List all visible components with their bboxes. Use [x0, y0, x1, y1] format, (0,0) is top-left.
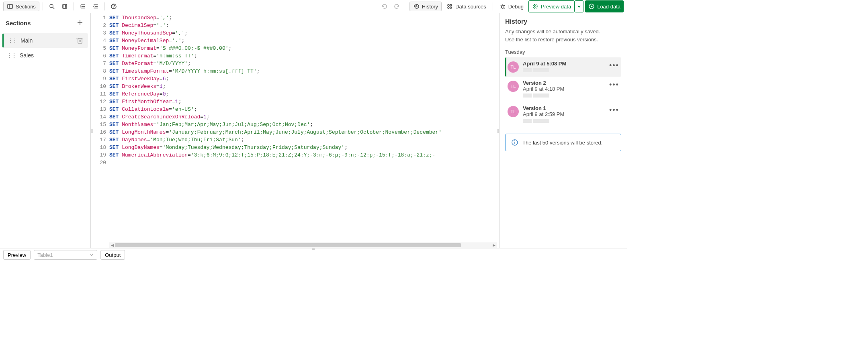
play-circle-icon	[588, 3, 595, 10]
history-item-menu[interactable]: •••	[609, 61, 619, 70]
section-item-main[interactable]: ⋮⋮Main	[2, 33, 88, 48]
svg-point-18	[448, 7, 449, 8]
preview-icon	[532, 3, 538, 10]
svg-line-3	[53, 7, 54, 9]
chevron-down-icon	[577, 4, 581, 8]
help-icon	[111, 3, 117, 10]
svg-point-29	[534, 6, 536, 7]
undo-button[interactable]	[379, 2, 390, 11]
scroll-track[interactable]	[115, 243, 491, 248]
preview-data-dropdown[interactable]	[575, 0, 583, 12]
scroll-left-arrow[interactable]: ◀	[109, 242, 115, 248]
drag-handle-icon[interactable]: ⋮⋮	[7, 52, 16, 59]
history-label: History	[422, 4, 438, 10]
history-item-menu[interactable]: •••	[609, 105, 619, 115]
history-item-title: Version 2	[523, 80, 605, 86]
code-editor[interactable]: 1234567891011121314151617181920 SET Thou…	[93, 13, 497, 248]
history-item-time: April 9 at 4:18 PM	[523, 86, 605, 92]
history-button[interactable]: History	[409, 2, 442, 11]
indent-icon	[80, 3, 86, 10]
indent-button[interactable]	[77, 2, 88, 11]
section-label: Sales	[20, 52, 84, 59]
history-title: History	[505, 18, 621, 25]
bottom-drag-handle[interactable]: ═	[312, 247, 315, 251]
data-sources-label: Data sources	[455, 4, 486, 10]
output-button[interactable]: Output	[100, 250, 125, 260]
history-info: April 9 at 5:08 PM	[523, 61, 605, 73]
sections-header: Sections	[0, 13, 90, 33]
info-icon	[511, 139, 518, 146]
preview-button[interactable]: Preview	[3, 250, 31, 260]
history-item-title: Version 1	[523, 105, 605, 111]
sections-panel: Sections ⋮⋮Main⋮⋮Sales	[0, 13, 91, 248]
debug-label: Debug	[508, 4, 524, 10]
outdent-button[interactable]	[90, 2, 101, 11]
load-data-label: Load data	[597, 4, 620, 10]
comment-icon	[61, 3, 68, 10]
separator	[493, 2, 493, 10]
toolbar: Sections History Data sources Debug	[0, 0, 627, 13]
horizontal-scrollbar[interactable]: ◀ ▶	[109, 242, 497, 248]
svg-point-19	[450, 7, 452, 8]
data-sources-button[interactable]: Data sources	[443, 2, 489, 11]
separator	[406, 2, 406, 10]
help-button[interactable]	[108, 2, 119, 11]
history-item-title: April 9 at 5:08 PM	[523, 61, 605, 67]
sections-toggle-button[interactable]: Sections	[3, 2, 39, 11]
history-info: Version 2April 9 at 4:18 PM	[523, 80, 605, 99]
search-icon	[49, 3, 55, 10]
history-item[interactable]: TLVersion 1April 9 at 2:59 PM•••	[505, 102, 621, 127]
redo-button[interactable]	[391, 2, 403, 11]
main-area: Sections ⋮⋮Main⋮⋮Sales || 12345678910111…	[0, 13, 627, 248]
bottom-bar: ═ Preview Table1 Output	[0, 248, 627, 261]
sections-title: Sections	[6, 20, 31, 26]
svg-line-25	[501, 8, 502, 8]
svg-point-16	[448, 4, 449, 6]
preview-data-button[interactable]: Preview data	[528, 0, 575, 12]
scroll-thumb[interactable]	[115, 243, 461, 247]
scroll-right-arrow[interactable]: ▶	[491, 242, 497, 248]
info-banner-text: The last 50 versions will be stored.	[522, 140, 602, 146]
trash-icon[interactable]	[76, 37, 84, 44]
comment-toggle-button[interactable]	[59, 2, 70, 11]
section-item-sales[interactable]: ⋮⋮Sales	[2, 49, 88, 62]
undo-icon	[381, 3, 387, 10]
svg-rect-4	[63, 4, 67, 8]
svg-point-22	[502, 5, 504, 8]
history-description: Any changes will be automatically saved.…	[505, 28, 621, 43]
drag-handle-icon[interactable]: ⋮⋮	[8, 37, 16, 44]
history-day-label: Tuesday	[505, 49, 621, 55]
load-data-button[interactable]: Load data	[585, 0, 624, 12]
avatar: TL	[508, 61, 519, 73]
table-select-placeholder: Table1	[37, 252, 53, 258]
svg-rect-34	[78, 39, 82, 43]
preview-data-label: Preview data	[541, 4, 571, 10]
svg-rect-0	[8, 4, 12, 8]
history-info: Version 1April 9 at 2:59 PM	[523, 105, 605, 124]
redo-icon	[394, 3, 400, 10]
panel-left-icon	[7, 3, 13, 10]
history-item-user	[523, 93, 605, 99]
svg-line-23	[501, 5, 502, 6]
avatar: TL	[508, 81, 519, 92]
line-gutter: 1234567891011121314151617181920	[93, 13, 109, 248]
table-select[interactable]: Table1	[34, 250, 97, 260]
search-button[interactable]	[46, 2, 57, 11]
add-section-button[interactable]	[75, 18, 85, 28]
svg-line-24	[504, 5, 505, 6]
history-item-time: April 9 at 2:59 PM	[523, 111, 605, 117]
svg-line-26	[504, 8, 505, 8]
history-item[interactable]: TLApril 9 at 5:08 PM•••	[505, 57, 621, 77]
history-panel: History Any changes will be automaticall…	[499, 13, 627, 248]
section-label: Main	[20, 37, 72, 44]
separator	[104, 2, 105, 10]
history-item-menu[interactable]: •••	[609, 80, 619, 89]
outdent-icon	[92, 3, 99, 10]
history-item-user	[523, 68, 605, 73]
debug-button[interactable]: Debug	[496, 2, 527, 11]
plus-icon	[77, 19, 83, 26]
code-area[interactable]: SET ThousandSep=',';SET DecimalSep='.';S…	[109, 13, 497, 248]
separator	[43, 2, 43, 10]
history-item[interactable]: TLVersion 2April 9 at 4:18 PM•••	[505, 77, 621, 102]
svg-point-2	[50, 4, 53, 8]
